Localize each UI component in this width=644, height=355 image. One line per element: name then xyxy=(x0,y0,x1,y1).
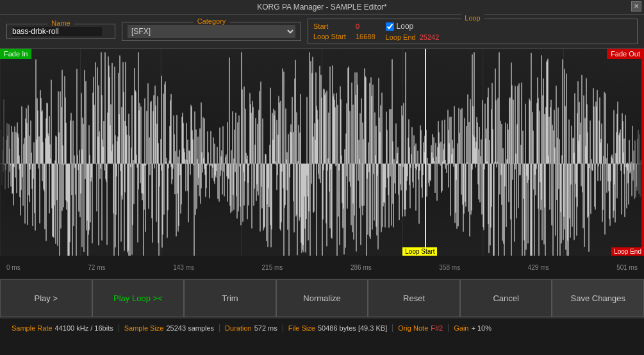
sample-rate-label: Sample Rate xyxy=(12,324,53,332)
cancel-button[interactable]: Cancel xyxy=(460,279,552,317)
loop-end-row: Loop End 25242 xyxy=(386,33,440,41)
sample-rate-value: 44100 kHz / 16bits xyxy=(55,324,113,332)
start-row: Start 0 xyxy=(313,22,376,30)
orig-note-value: F#2 xyxy=(431,324,443,332)
status-bar: Sample Rate 44100 kHz / 16bits Sample Si… xyxy=(0,318,644,337)
waveform-canvas xyxy=(0,49,644,279)
sample-size-value: 25243 samples xyxy=(166,324,214,332)
name-section-label: Name xyxy=(47,19,74,27)
timeline: 0 ms 72 ms 143 ms 215 ms 286 ms 358 ms 4… xyxy=(0,256,644,279)
play-loop-button[interactable]: Play Loop >< xyxy=(92,279,185,317)
sample-size-label: Sample Size xyxy=(124,324,164,332)
time-501: 501 ms xyxy=(616,264,638,271)
duration-value: 572 ms xyxy=(254,324,277,332)
file-size-value: 50486 bytes [49.3 KB] xyxy=(318,324,387,332)
orig-note-item: Orig Note F#2 xyxy=(393,324,449,332)
loop-start-label: Loop Start xyxy=(313,33,352,40)
orig-note-label: Orig Note xyxy=(398,324,428,332)
loop-start-marker: Loop Start xyxy=(402,247,437,256)
time-72: 72 ms xyxy=(88,264,105,271)
loop-end-marker: Loop End xyxy=(611,247,644,256)
fade-in-label: Fade In xyxy=(0,49,31,59)
reset-button[interactable]: Reset xyxy=(368,279,460,317)
sample-size-item: Sample Size 25243 samples xyxy=(119,324,220,332)
file-size-item: File Size 50486 bytes [49.3 KB] xyxy=(283,324,393,332)
loop-start-value: 16688 xyxy=(356,33,376,40)
loop-section-label: Loop xyxy=(461,14,484,22)
category-section-label: Category xyxy=(194,17,230,25)
gain-value: + 10% xyxy=(471,324,491,332)
loop-start-row: Loop Start 16688 xyxy=(313,33,376,40)
timeline-marks: 0 ms 72 ms 143 ms 215 ms 286 ms 358 ms 4… xyxy=(0,264,644,271)
time-215: 215 ms xyxy=(262,264,283,271)
start-label: Start xyxy=(313,22,352,30)
sample-rate-item: Sample Rate 44100 kHz / 16bits xyxy=(6,324,119,332)
title-bar: KORG PA Manager - SAMPLE Editor* ✕ xyxy=(0,0,644,15)
fade-out-label: Fade Out xyxy=(607,49,644,59)
loop-checkbox-label: Loop xyxy=(397,22,414,31)
play-button[interactable]: Play > xyxy=(0,279,92,317)
category-select[interactable]: [SFX] [DRUMS] [BASS] [KEYS] xyxy=(128,25,295,38)
file-size-label: File Size xyxy=(288,324,315,332)
start-value: 0 xyxy=(356,22,359,30)
name-section: Name xyxy=(6,24,115,39)
waveform-area[interactable]: Fade In Fade Out Loop Start Loop End 0 m… xyxy=(0,49,644,279)
gain-item: Gain + 10% xyxy=(449,324,497,332)
loop-end-value: 25242 xyxy=(420,33,440,41)
normalize-button[interactable]: Normalize xyxy=(276,279,368,317)
duration-item: Duration 572 ms xyxy=(220,324,283,332)
time-358: 358 ms xyxy=(439,264,460,271)
save-changes-button[interactable]: Save Changes xyxy=(552,279,644,317)
name-input[interactable] xyxy=(12,27,102,36)
loop-start-line xyxy=(425,49,426,253)
close-button[interactable]: ✕ xyxy=(631,1,641,12)
time-429: 429 ms xyxy=(528,264,549,271)
time-143: 143 ms xyxy=(173,264,194,271)
buttons-row: Play > Play Loop >< Trim Normalize Reset… xyxy=(0,279,644,318)
top-controls: Name Category [SFX] [DRUMS] [BASS] [KEYS… xyxy=(0,15,644,49)
time-0: 0 ms xyxy=(6,264,21,271)
duration-label: Duration xyxy=(225,324,252,332)
loop-end-label: Loop End xyxy=(386,33,416,41)
right-edge-indicator xyxy=(641,49,644,256)
loop-checkbox[interactable] xyxy=(386,22,394,31)
app-title: KORG PA Manager - SAMPLE Editor* xyxy=(257,3,387,12)
trim-button[interactable]: Trim xyxy=(184,279,276,317)
loop-section: Loop Start 0 Loop Start 16688 Loop Loop … xyxy=(308,19,638,44)
time-286: 286 ms xyxy=(351,264,372,271)
gain-label: Gain xyxy=(454,324,468,332)
loop-checkbox-row: Loop xyxy=(386,22,440,31)
category-section: Category [SFX] [DRUMS] [BASS] [KEYS] xyxy=(122,22,301,41)
